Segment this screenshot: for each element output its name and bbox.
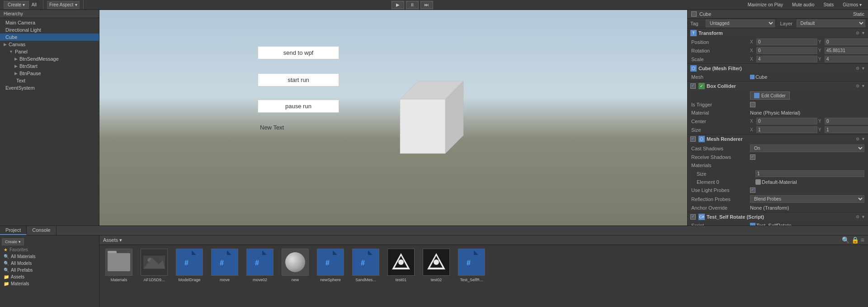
self-rotate-fold: ⚙ ▼: [856, 215, 865, 219]
transform-header[interactable]: T Transform ⚙ ▼: [688, 29, 868, 38]
self-rotate-collapse-btn[interactable]: ▼: [861, 215, 865, 219]
hierarchy-item-cube[interactable]: Cube: [0, 34, 99, 41]
sx-input[interactable]: [756, 126, 817, 133]
pos-y-input[interactable]: [825, 38, 868, 45]
bottom-create-button[interactable]: Create ▾: [2, 238, 24, 245]
box-collider-collapse-btn[interactable]: ▼: [861, 84, 865, 88]
hierarchy-item-btnsendmessage[interactable]: ▶ BtnSendMessage: [0, 55, 99, 62]
lock-assets-icon[interactable]: 🔒: [851, 236, 859, 244]
sy-input[interactable]: [825, 126, 868, 133]
assets-materials-folder[interactable]: 📁 Materials: [2, 280, 97, 287]
asset-test01[interactable]: test01: [385, 249, 417, 282]
mesh-renderer-collapse-btn[interactable]: ▼: [861, 137, 865, 141]
favorites-all-materials[interactable]: 🔍 All Materials: [2, 253, 97, 260]
assets-section-header: 📁 Assets: [2, 273, 97, 280]
cast-shadows-select[interactable]: On: [750, 144, 864, 152]
mesh-renderer-settings-btn[interactable]: ⚙: [856, 137, 859, 141]
inspector-active-checkbox[interactable]: [691, 11, 697, 17]
pos-x-input[interactable]: [756, 38, 817, 45]
send-to-wpf-button[interactable]: send to wpf: [258, 46, 339, 59]
svg-text:#: #: [184, 259, 189, 267]
label-cube: Cube: [5, 34, 17, 40]
step-button[interactable]: ⏭: [420, 1, 433, 9]
more-assets-icon[interactable]: ≡: [861, 236, 864, 244]
mesh-renderer-header[interactable]: ⬡ Mesh Renderer ⚙ ▼: [688, 134, 868, 144]
hierarchy-item-canvas[interactable]: ▶ Canvas: [0, 41, 99, 48]
svg-rect-7: [180, 250, 198, 274]
assets-toolbar: 🔍 🔒 ≡: [842, 236, 864, 244]
test02-label: test02: [431, 278, 442, 282]
mesh-filter-header[interactable]: ⬡ Cube (Mesh Filter) ⚙ ▼: [688, 64, 868, 73]
layer-dropdown[interactable]: Default: [797, 19, 866, 27]
cx-input[interactable]: [756, 118, 817, 125]
favorites-all-models[interactable]: 🔍 All Models: [2, 260, 97, 267]
modeldrage-icon: #: [176, 249, 203, 276]
rot-y-field: Y: [818, 47, 868, 54]
hierarchy-item-maincamera[interactable]: Main Camera: [0, 19, 99, 26]
self-rotate-settings-btn[interactable]: ⚙: [856, 215, 859, 219]
hierarchy-item-dirlight[interactable]: Directional Light: [0, 26, 99, 34]
favorites-all-prefabs[interactable]: 🔍 All Prefabs: [2, 267, 97, 273]
scale-x-input[interactable]: [756, 56, 817, 62]
hierarchy-item-text[interactable]: Text: [0, 77, 99, 84]
stats-label[interactable]: Stats: [821, 2, 837, 7]
scene-view[interactable]: send to wpf start run pause run New Text: [99, 10, 687, 225]
box-collider-settings-btn[interactable]: ⚙: [856, 84, 859, 88]
mesh-filter-collapse-btn[interactable]: ▼: [861, 66, 865, 71]
free-aspect-dropdown[interactable]: Free Aspect ▾: [47, 1, 80, 9]
asset-materials[interactable]: Materials: [103, 249, 135, 282]
asset-modeldrage[interactable]: # ModelDrage: [174, 249, 205, 282]
self-rotate-header[interactable]: C# Test_Self Rotate (Script) ⚙ ▼: [688, 212, 868, 221]
hierarchy-item-panel[interactable]: ▼ Panel: [0, 48, 99, 55]
is-trigger-checkbox[interactable]: [750, 102, 755, 107]
search-assets-icon[interactable]: 🔍: [842, 236, 849, 244]
maximize-play-label[interactable]: Maximize on Play: [745, 2, 786, 7]
asset-newsphere[interactable]: # newSphere: [315, 249, 346, 282]
tag-dropdown[interactable]: Untagged: [706, 19, 775, 27]
reflection-probes-select[interactable]: Blend Probes: [750, 195, 864, 203]
transform-collapse-btn[interactable]: ▼: [861, 31, 865, 35]
hierarchy-item-btnpause[interactable]: ▶ BtnPause: [0, 70, 99, 77]
asset-move[interactable]: # move: [209, 249, 241, 282]
label-canvas: Canvas: [9, 42, 25, 47]
mesh-renderer-enabled[interactable]: [690, 136, 696, 142]
hierarchy-item-eventsystem[interactable]: EventSystem: [0, 84, 99, 91]
tag-label: Tag: [690, 21, 704, 26]
edit-collider-button[interactable]: Edit Collider: [750, 91, 790, 100]
pause-run-button[interactable]: pause run: [258, 100, 339, 113]
start-run-button[interactable]: start run: [258, 73, 339, 86]
collider-center-row: Center X Y Z: [688, 117, 868, 125]
receive-shadows-checkbox[interactable]: [750, 154, 755, 160]
tab-console[interactable]: Console: [27, 226, 56, 235]
create-button[interactable]: Create ▾: [4, 1, 29, 9]
cx-field: X: [750, 118, 817, 125]
mesh-filter-settings-btn[interactable]: ⚙: [856, 66, 859, 71]
all-prefabs-label: All Prefabs: [11, 268, 33, 273]
tab-project[interactable]: Project: [0, 226, 27, 235]
hierarchy-item-btnstart[interactable]: ▶ BtnStart: [0, 62, 99, 70]
pause-button[interactable]: ⏸: [406, 1, 419, 9]
play-button[interactable]: ▶: [392, 1, 404, 9]
asset-new[interactable]: new: [279, 249, 311, 282]
scale-y-input[interactable]: [825, 56, 868, 62]
rot-y-input[interactable]: [825, 47, 868, 54]
mute-audio-label[interactable]: Mute audio: [789, 2, 817, 7]
box-collider-enabled[interactable]: [690, 83, 696, 89]
box-collider-header[interactable]: ✓ Box Collider ⚙ ▼: [688, 82, 868, 91]
mat-size-input[interactable]: [755, 170, 864, 177]
test01-label: test01: [396, 278, 407, 282]
self-rotate-enabled[interactable]: [690, 214, 696, 220]
element0-icon: [755, 179, 761, 185]
reflection-probes-row: Reflection Probes Blend Probes: [688, 194, 868, 204]
gizmos-dropdown[interactable]: Gizmos ▾: [840, 2, 864, 7]
asset-sandmes[interactable]: # SandMes...: [350, 249, 382, 282]
use-light-probes-checkbox[interactable]: [750, 187, 755, 193]
cy-input[interactable]: [825, 118, 868, 125]
asset-af1d5d9[interactable]: AF1D5D9...: [138, 249, 170, 282]
asset-test02[interactable]: test02: [420, 249, 452, 282]
asset-testselfr[interactable]: # Test_SelfR...: [456, 249, 487, 282]
rot-x-input[interactable]: [756, 47, 817, 54]
asset-move02[interactable]: # move02: [244, 249, 276, 282]
anchor-override-row: Anchor Override None (Transform): [688, 204, 868, 212]
transform-settings-btn[interactable]: ⚙: [856, 31, 859, 35]
